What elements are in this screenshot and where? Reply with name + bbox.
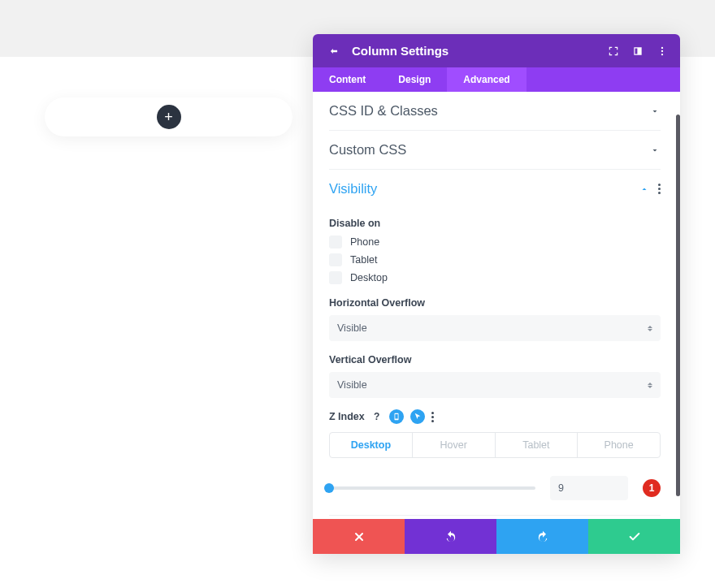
seg-hover[interactable]: Hover [413,433,496,457]
h-overflow-label: Horizontal Overflow [329,297,661,309]
z-index-label: Z Index [329,411,365,422]
save-button[interactable] [588,519,680,554]
column-settings-modal: Column Settings Content Design Advanced … [313,34,680,554]
checkbox-phone[interactable] [329,236,342,249]
section-title: CSS ID & Classes [329,103,649,119]
tab-advanced[interactable]: Advanced [447,67,526,92]
cancel-button[interactable] [313,519,405,554]
checkbox-tablet[interactable] [329,253,342,266]
visibility-section-body: Disable on Phone Tablet Desktop Horizont… [329,208,661,516]
responsive-phone-icon[interactable] [389,409,404,424]
z-index-slider[interactable] [329,486,535,490]
seg-tablet[interactable]: Tablet [496,433,578,457]
select-value: Visible [337,322,367,334]
disable-tablet-row[interactable]: Tablet [329,253,661,266]
header-kebab-icon[interactable] [656,45,669,58]
section-transitions[interactable]: Transitions [329,516,661,519]
scrollbar-track[interactable] [676,115,680,511]
modal-body: CSS ID & Classes Custom CSS Visibility [313,92,680,519]
disable-desktop-row[interactable]: Desktop [329,271,661,284]
tab-content[interactable]: Content [313,67,382,92]
scrollbar-thumb[interactable] [676,115,680,496]
select-caret-icon [648,383,652,388]
z-index-label-row: Z Index ? [329,409,661,424]
modal-header: Column Settings [313,34,680,67]
section-title: Custom CSS [329,142,649,158]
svg-point-1 [661,50,663,51]
section-title: Visibility [329,181,639,197]
tab-design[interactable]: Design [382,67,447,92]
svg-point-0 [661,46,663,48]
undo-button[interactable] [405,519,496,554]
module-add-pill: + [45,97,292,136]
modal-scroll-area[interactable]: CSS ID & Classes Custom CSS Visibility [313,92,675,519]
z-index-slider-row: 1 [329,476,661,500]
v-overflow-select[interactable]: Visible [329,372,661,398]
chevron-down-icon [649,106,661,117]
modal-tabbar: Content Design Advanced [313,67,680,92]
z-index-input[interactable] [550,476,628,500]
expand-icon[interactable] [607,45,620,58]
checkbox-label: Tablet [350,254,377,266]
checkbox-label: Desktop [350,272,388,283]
chevron-up-icon [639,184,650,195]
svg-point-2 [661,53,663,54]
select-value: Visible [337,379,367,391]
back-icon[interactable] [327,45,340,58]
z-index-device-segment: Desktop Hover Tablet Phone [329,432,661,458]
chevron-down-icon [649,145,661,156]
redo-button[interactable] [496,519,588,554]
add-module-button[interactable]: + [157,105,181,129]
modal-footer [313,519,680,554]
section-visibility[interactable]: Visibility [329,170,661,208]
z-index-kebab-icon[interactable] [431,412,434,422]
section-custom-css[interactable]: Custom CSS [329,131,661,170]
checkbox-desktop[interactable] [329,271,342,284]
h-overflow-select[interactable]: Visible [329,315,661,341]
section-css-id-classes[interactable]: CSS ID & Classes [329,92,661,131]
disable-phone-row[interactable]: Phone [329,236,661,249]
help-icon[interactable]: ? [371,411,383,422]
page-canvas [0,57,313,588]
disable-on-label: Disable on [329,218,661,229]
v-overflow-label: Vertical Overflow [329,354,661,365]
annotation-badge-1: 1 [643,479,661,497]
seg-desktop[interactable]: Desktop [330,433,413,457]
section-kebab-icon[interactable] [658,184,661,194]
modal-title: Column Settings [352,44,596,58]
panel-layout-icon[interactable] [631,45,644,58]
slider-thumb[interactable] [324,483,334,493]
checkbox-label: Phone [350,236,379,248]
select-caret-icon [648,326,652,331]
hover-cursor-icon[interactable] [410,409,425,424]
seg-phone[interactable]: Phone [578,433,660,457]
